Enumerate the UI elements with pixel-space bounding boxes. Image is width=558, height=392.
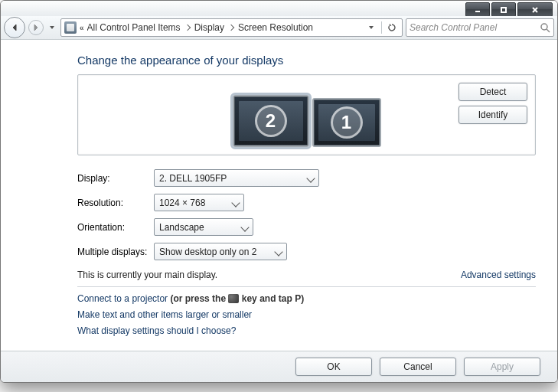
main-display-note-row: This is currently your main display. Adv… xyxy=(77,270,536,280)
multiple-displays-label: Multiple displays: xyxy=(77,247,154,257)
dialog-button-bar: OK Cancel Apply xyxy=(1,351,557,382)
breadcrumb-overflow-icon[interactable]: « xyxy=(80,24,84,32)
multiple-displays-select-value: Show desktop only on 2 xyxy=(159,247,256,257)
control-panel-icon xyxy=(64,21,77,34)
display-preview-panel: 2 1 Detect Identify xyxy=(77,74,536,155)
monitor-number-badge: 1 xyxy=(331,106,363,139)
monitor-number-badge: 2 xyxy=(255,105,287,137)
window-caption-bar xyxy=(1,1,557,16)
apply-button[interactable]: Apply xyxy=(464,358,540,376)
close-button[interactable] xyxy=(517,2,553,17)
main-display-note: This is currently your main display. xyxy=(77,270,217,280)
connect-projector-link[interactable]: Connect to a projector (or press the key… xyxy=(77,293,536,304)
search-icon xyxy=(540,22,550,33)
display-settings-form: Display: 2. DELL 1905FP Resolution: 1024… xyxy=(77,169,536,260)
multiple-displays-select[interactable]: Show desktop only on 2 xyxy=(154,243,287,260)
chevron-right-icon[interactable] xyxy=(228,24,234,31)
windows-key-icon xyxy=(228,294,239,303)
orientation-select-value: Landscape xyxy=(159,222,204,233)
breadcrumb: All Control Panel Items Display Screen R… xyxy=(87,22,361,33)
orientation-select[interactable]: Landscape xyxy=(154,218,253,236)
resolution-label: Resolution: xyxy=(77,198,154,208)
chevron-down-icon xyxy=(306,174,315,182)
cancel-button[interactable]: Cancel xyxy=(380,358,456,376)
monitor-2[interactable]: 2 xyxy=(233,95,309,147)
page-title: Change the appearance of your displays xyxy=(77,54,536,67)
divider xyxy=(77,286,536,287)
text-size-link[interactable]: Make text and other items larger or smal… xyxy=(77,309,536,320)
monitor-1[interactable]: 1 xyxy=(312,98,381,147)
address-dropdown-icon[interactable] xyxy=(364,21,378,34)
forward-button[interactable] xyxy=(28,20,44,35)
nav-history-dropdown[interactable] xyxy=(47,22,57,33)
client-area: Change the appearance of your displays 2… xyxy=(1,40,557,351)
explorer-nav-bar: « All Control Panel Items Display Screen… xyxy=(1,16,557,40)
svg-line-5 xyxy=(547,29,550,32)
screen-resolution-window: « All Control Panel Items Display Screen… xyxy=(0,0,558,383)
chevron-right-icon[interactable] xyxy=(184,24,190,31)
back-button[interactable] xyxy=(4,17,25,38)
display-select[interactable]: 2. DELL 1905FP xyxy=(154,169,319,187)
breadcrumb-item[interactable]: Display xyxy=(194,22,224,33)
minimize-button[interactable] xyxy=(465,2,490,17)
breadcrumb-item[interactable]: Screen Resolution xyxy=(238,22,313,33)
advanced-settings-link[interactable]: Advanced settings xyxy=(461,270,536,280)
search-placeholder: Search Control Panel xyxy=(410,22,540,33)
breadcrumb-item[interactable]: All Control Panel Items xyxy=(87,22,181,33)
help-links: Connect to a projector (or press the key… xyxy=(77,293,536,336)
refresh-icon[interactable] xyxy=(385,21,399,34)
monitors-layout[interactable]: 2 1 xyxy=(233,83,381,147)
display-select-value: 2. DELL 1905FP xyxy=(159,173,227,184)
svg-rect-1 xyxy=(501,8,506,12)
detect-button[interactable]: Detect xyxy=(458,83,527,101)
orientation-label: Orientation: xyxy=(77,222,154,233)
resolution-select[interactable]: 1024 × 768 xyxy=(154,194,244,211)
what-settings-link[interactable]: What display settings should I choose? xyxy=(77,325,536,336)
chevron-down-icon xyxy=(231,198,240,207)
svg-point-4 xyxy=(541,24,547,30)
chevron-down-icon xyxy=(274,247,282,256)
display-label: Display: xyxy=(77,173,154,184)
ok-button[interactable]: OK xyxy=(295,358,372,376)
address-bar[interactable]: « All Control Panel Items Display Screen… xyxy=(60,18,403,37)
identify-button[interactable]: Identify xyxy=(458,106,527,124)
chevron-down-icon xyxy=(240,223,249,231)
resolution-select-value: 1024 × 768 xyxy=(159,198,205,208)
search-input[interactable]: Search Control Panel xyxy=(406,18,554,37)
maximize-button[interactable] xyxy=(491,2,516,17)
